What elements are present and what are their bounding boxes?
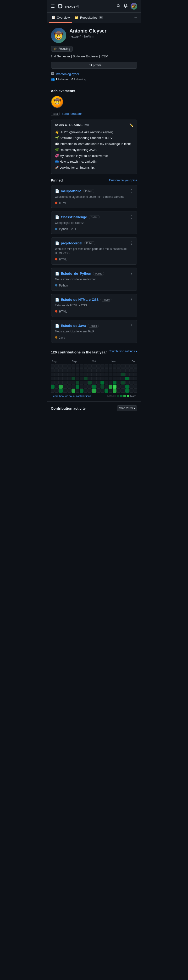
- contrib-cell: [96, 368, 100, 372]
- repo-name-3[interactable]: Estudo_de_Python: [61, 272, 91, 275]
- repo-name-5[interactable]: Estudo-de-Java: [61, 324, 86, 328]
- follower-count: 1: [56, 78, 57, 81]
- contrib-cell: [108, 389, 112, 393]
- contribution-activity-header: Contribution activity Year: 2023 ▾: [47, 401, 141, 415]
- contrib-grid: [51, 364, 137, 393]
- contrib-cell: [59, 381, 63, 384]
- repo-name-2[interactable]: projetocordel: [61, 241, 82, 245]
- repos-icon: 📁: [75, 16, 79, 19]
- repo-more-2[interactable]: ⋮: [129, 241, 133, 245]
- contrib-cell: [117, 385, 121, 388]
- tab-repositories[interactable]: 📁 Repositories 8: [72, 13, 105, 23]
- readme-item-1: 🌱 Software Engineering Student at ICEV;: [55, 135, 133, 141]
- repo-meta-4: HTML: [55, 310, 133, 313]
- contrib-cell: [76, 364, 79, 368]
- repo-lang-4: HTML: [55, 310, 67, 313]
- repo-more-4[interactable]: ⋮: [129, 297, 133, 302]
- profile-top: 🤠 Antonio Gleyser nexus-4 · he/him: [51, 28, 137, 43]
- linkedin-meta: in/antoniogleyser: [51, 72, 137, 76]
- contrib-cell: [55, 368, 59, 372]
- repo-lang-5: Java: [55, 336, 65, 339]
- repo-name-1[interactable]: ChessChallenge: [61, 215, 87, 219]
- learn-how-link[interactable]: Learn how we count contributions: [52, 395, 91, 398]
- contrib-cell: [108, 377, 112, 380]
- readme-edit-icon[interactable]: ✏️: [129, 123, 133, 127]
- tab-overview[interactable]: 📋 Overview: [49, 13, 72, 23]
- repo-more-1[interactable]: ⋮: [129, 215, 133, 219]
- repo-visibility-3: Public: [93, 272, 104, 275]
- contrib-cell: [134, 377, 137, 380]
- repo-card-left-4: 📄 Estudo-de-HTML-e-CSS Public: [55, 298, 112, 302]
- linkedin-link[interactable]: in/antoniogleyser: [56, 72, 79, 76]
- repo-meta-3: Python: [55, 284, 133, 287]
- repo-lang-2: HTML: [55, 258, 67, 261]
- contrib-cell: [92, 389, 96, 393]
- contrib-cell: [51, 385, 54, 388]
- contrib-cell: [105, 377, 108, 380]
- contrib-cell: [80, 372, 83, 376]
- contrib-cell: [59, 389, 63, 393]
- legend-c4: [127, 395, 129, 397]
- contrib-cell: [92, 368, 96, 372]
- contrib-cell: [125, 381, 129, 384]
- contrib-cell: [59, 372, 63, 376]
- readme-list: 👋 Hi, I'm @nexus-4 aka Antonio Gleyser; …: [55, 129, 133, 171]
- contrib-cell: [80, 385, 83, 388]
- repo-more-5[interactable]: ⋮: [129, 323, 133, 328]
- readme-ext: .md: [83, 123, 89, 127]
- contrib-cell: [121, 381, 124, 384]
- contrib-cell: [88, 372, 92, 376]
- repo-visibility-2: Public: [84, 241, 95, 245]
- repo-icon-4: 📄: [55, 298, 59, 302]
- contrib-cell: [100, 385, 104, 388]
- repo-visibility-5: Public: [88, 324, 99, 328]
- repo-meta-2: HTML: [55, 258, 133, 261]
- avatar[interactable]: 🤠: [131, 3, 137, 10]
- send-feedback-link[interactable]: Send feedback: [62, 112, 82, 116]
- contrib-cell: [59, 385, 63, 388]
- repo-card-header-1: 📄 ChessChallenge Public ⋮: [55, 215, 133, 219]
- notification-icon[interactable]: [123, 3, 128, 9]
- repo-more-3[interactable]: ⋮: [129, 271, 133, 276]
- lang-dot-2: [55, 258, 57, 261]
- contrib-cell: [134, 389, 137, 393]
- overview-icon: 📋: [51, 16, 56, 19]
- following-count: 0: [72, 78, 73, 81]
- month-2: Oct: [92, 360, 96, 363]
- contrib-cell: [76, 368, 79, 372]
- contrib-cell: [134, 364, 137, 368]
- beta-feedback-row: Beta Send feedback: [47, 112, 141, 119]
- nav-more-button[interactable]: [132, 13, 139, 22]
- profile-avatar: 🤠: [51, 28, 66, 43]
- repo-name-0[interactable]: meuportfolio: [61, 189, 81, 193]
- edit-profile-button[interactable]: Edit profile: [51, 62, 137, 68]
- contrib-cell: [88, 368, 92, 372]
- repo-card-4: 📄 Estudo-de-HTML-e-CSS Public ⋮ Estudos …: [51, 294, 137, 317]
- repo-name-4[interactable]: Estudo-de-HTML-e-CSS: [61, 298, 99, 302]
- contrib-cell: [121, 372, 124, 376]
- contrib-cell: [105, 389, 108, 393]
- contrib-cell: [72, 381, 75, 384]
- contrib-cell: [125, 389, 129, 393]
- repo-card-left-0: 📄 meuportfolio Public: [55, 189, 94, 193]
- hamburger-icon[interactable]: ☰: [51, 3, 55, 9]
- contrib-cell: [63, 372, 67, 376]
- contrib-cell: [59, 368, 63, 372]
- repo-desc-5: Meus exercícios feito em JAVA: [55, 329, 133, 334]
- contrib-cell: [134, 385, 137, 388]
- contribution-settings-button[interactable]: Contribution settings ▾: [108, 350, 137, 353]
- contrib-legend: Learn how we count contributions Less Mo…: [51, 395, 137, 398]
- repo-lang-3: Python: [55, 284, 68, 287]
- repo-visibility-4: Public: [100, 298, 112, 302]
- year-select[interactable]: Year: 2023 ▾: [117, 405, 137, 411]
- search-icon[interactable]: [116, 3, 121, 9]
- repo-icon-2: 📄: [55, 241, 59, 245]
- repo-meta-5: Java: [55, 336, 133, 339]
- contrib-cell: [113, 368, 116, 372]
- contrib-cell: [63, 364, 67, 368]
- contrib-cell: [51, 364, 54, 368]
- month-1: Sep: [72, 360, 76, 363]
- contrib-cell: [84, 364, 88, 368]
- repo-more-0[interactable]: ⋮: [129, 189, 133, 193]
- customize-pins-link[interactable]: Customize your pins: [109, 178, 137, 182]
